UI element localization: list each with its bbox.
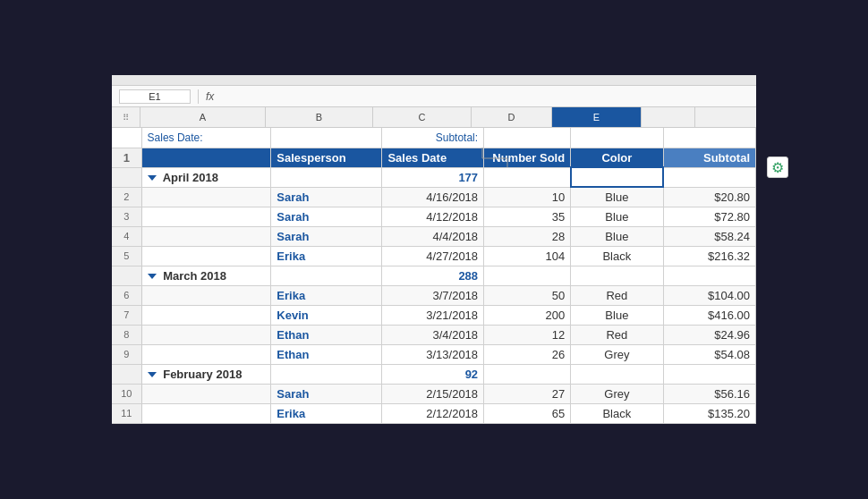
grid-icon: ⠿ [123, 113, 129, 123]
row-3-num: 3 [112, 207, 141, 226]
row-8-col-a [141, 325, 271, 344]
header-row: 1 Salesperson Sales Date Number Sold Col… [112, 148, 756, 167]
february-col-b [271, 364, 382, 384]
col-header-f[interactable] [642, 107, 695, 127]
table-row: 5 Erika 4/27/2018 104 Black $216.32 [112, 246, 756, 266]
row-7-date: 3/21/2018 [382, 305, 484, 325]
row-8-color: Red [571, 325, 663, 344]
row-6-color: Red [571, 285, 663, 305]
row-3-subtotal: $72.80 [663, 207, 755, 226]
march-col-b [271, 266, 382, 285]
row-4-color: Blue [571, 226, 663, 246]
row-6-salesperson[interactable]: Erika [271, 285, 382, 305]
row-11-subtotal: $135.20 [663, 403, 755, 423]
march-col-e [571, 266, 663, 285]
february-row-num [112, 364, 141, 384]
row-10-date: 2/15/2018 [382, 384, 484, 403]
march-count: 288 [382, 266, 484, 285]
row-2-sold: 10 [484, 187, 571, 207]
row-6-col-a [141, 285, 271, 305]
march-row-num [112, 266, 141, 285]
february-collapse-arrow[interactable] [148, 372, 157, 377]
row-8-salesperson[interactable]: Ethan [271, 325, 382, 344]
header-subtotal: Subtotal [663, 148, 755, 167]
february-col-d [484, 364, 571, 384]
row-3-color: Blue [571, 207, 663, 226]
row-2-salesperson[interactable]: Sarah [271, 187, 382, 207]
row-10-subtotal: $56.16 [663, 384, 755, 403]
row-7-salesperson[interactable]: Kevin [271, 305, 382, 325]
row-8-num: 8 [112, 325, 141, 344]
col-header-a[interactable]: A [140, 107, 266, 127]
corner-cell: ⠿ [112, 107, 140, 127]
february-group-label: February 2018 [141, 364, 271, 384]
row-7-color: Blue [571, 305, 663, 325]
april-group-row[interactable]: April 2018 177 [112, 167, 756, 187]
row-4-date: 4/4/2018 [382, 226, 484, 246]
row-11-sold: 65 [484, 403, 571, 423]
name-box[interactable]: E1 [119, 89, 191, 104]
row-7-subtotal: $416.00 [663, 305, 755, 325]
filter-col-b [271, 128, 382, 148]
row-10-salesperson[interactable]: Sarah [271, 384, 382, 403]
header-row-num: 1 [112, 148, 141, 167]
row-9-color: Grey [571, 344, 663, 364]
table-row: 4 Sarah 4/4/2018 28 Blue $58.24 [112, 226, 756, 246]
header-sales-date: Sales Date [382, 148, 484, 167]
filter-col-d [484, 128, 571, 148]
row-9-date: 3/13/2018 [382, 344, 484, 364]
row-11-num: 11 [112, 403, 141, 423]
row-5-date: 4/27/2018 [382, 246, 484, 266]
april-col-b [271, 167, 382, 187]
table-row: 2 Sarah 4/16/2018 10 Blue $20.80 [112, 187, 756, 207]
row-2-subtotal: $20.80 [663, 187, 755, 207]
row-4-salesperson[interactable]: Sarah [271, 226, 382, 246]
row-3-salesperson[interactable]: Sarah [271, 207, 382, 226]
row-11-date: 2/12/2018 [382, 403, 484, 423]
formula-divider [198, 89, 199, 104]
row-9-col-a [141, 344, 271, 364]
march-collapse-arrow[interactable] [148, 274, 157, 279]
header-salesperson: Salesperson [271, 148, 382, 167]
row-9-salesperson[interactable]: Ethan [271, 344, 382, 364]
row-2-num: 2 [112, 187, 141, 207]
march-group-row[interactable]: March 2018 288 [112, 266, 756, 285]
col-header-c[interactable]: C [373, 107, 472, 127]
row-11-col-a [141, 403, 271, 423]
february-col-e [571, 364, 663, 384]
filter-col-f [663, 128, 755, 148]
filter-sales-date-label: Sales Date: [141, 128, 271, 148]
row-5-salesperson[interactable]: Erika [271, 246, 382, 266]
row-6-subtotal: $104.00 [663, 285, 755, 305]
april-collapse-arrow[interactable] [148, 175, 157, 181]
col-header-d[interactable]: D [472, 107, 552, 127]
row-3-sold: 35 [484, 207, 571, 226]
april-selected-cell[interactable] [571, 167, 663, 187]
row-6-num: 6 [112, 285, 141, 305]
data-table: Sales Date: Subtotal: 1 Salesperson Sale… [112, 128, 756, 424]
header-col-a [141, 148, 271, 167]
gear-button[interactable]: ⚙ [767, 156, 788, 178]
row-9-num: 9 [112, 344, 141, 364]
col-header-e[interactable]: E [552, 107, 642, 127]
col-header-b[interactable]: B [266, 107, 373, 127]
table-row: 9 Ethan 3/13/2018 26 Grey $54.08 [112, 344, 756, 364]
row-5-color: Black [571, 246, 663, 266]
table-row: 6 Erika 3/7/2018 50 Red $104.00 [112, 285, 756, 305]
row-3-date: 4/12/2018 [382, 207, 484, 226]
row-11-salesperson[interactable]: Erika [271, 403, 382, 423]
row-7-col-a [141, 305, 271, 325]
row-8-subtotal: $24.96 [663, 325, 755, 344]
table-row: 3 Sarah 4/12/2018 35 Blue $72.80 [112, 207, 756, 226]
row-5-subtotal: $216.32 [663, 246, 755, 266]
row-3-col-a [141, 207, 271, 226]
row-6-sold: 50 [484, 285, 571, 305]
april-col-d [484, 167, 571, 187]
march-col-f [663, 266, 755, 285]
row-4-num: 4 [112, 226, 141, 246]
row-10-num: 10 [112, 384, 141, 403]
row-9-sold: 26 [484, 344, 571, 364]
february-group-row[interactable]: February 2018 92 [112, 364, 756, 384]
filter-row: Sales Date: Subtotal: [112, 128, 756, 148]
march-col-d [484, 266, 571, 285]
